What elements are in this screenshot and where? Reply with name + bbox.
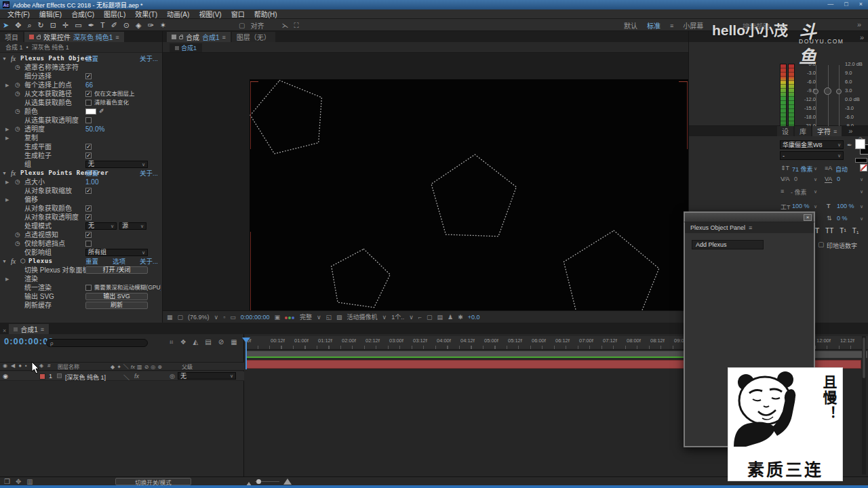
- mask-icon[interactable]: ⋋: [281, 22, 288, 29]
- checkbox[interactable]: [85, 285, 92, 291]
- tab-character[interactable]: 字符 ≡: [812, 126, 842, 136]
- parent-select[interactable]: 无∨: [178, 372, 236, 380]
- eraser-tool-icon[interactable]: ◈: [136, 19, 141, 31]
- tracking-value[interactable]: 0: [837, 176, 840, 182]
- snapshot-icon[interactable]: ▣: [274, 314, 280, 321]
- zoom-slider-knob[interactable]: [256, 479, 261, 484]
- parent-pickwhip-icon[interactable]: ◎: [170, 373, 175, 380]
- baseline-shift-value[interactable]: 0 %: [837, 215, 848, 222]
- frame-blend-icon[interactable]: ▤: [205, 338, 211, 346]
- leading-value[interactable]: 自动: [835, 165, 848, 174]
- minimize-button[interactable]: —: [827, 1, 833, 7]
- maximize-button[interactable]: □: [844, 1, 848, 7]
- tab-composition[interactable]: 合成 合成1 ≡: [167, 32, 231, 42]
- effect-button[interactable]: 打开 /关闭: [85, 266, 148, 274]
- roto-brush-tool-icon[interactable]: ✑: [148, 19, 154, 31]
- views-caret-icon[interactable]: ∨: [409, 314, 414, 321]
- clone-stamp-tool-icon[interactable]: ⊙: [123, 19, 130, 31]
- align-checkbox[interactable]: ▢: [239, 22, 245, 29]
- checkbox[interactable]: [85, 100, 92, 106]
- property-value[interactable]: 66: [85, 81, 93, 89]
- audio-slider-right[interactable]: [839, 65, 840, 133]
- graph-editor-icon[interactable]: ▦: [231, 338, 237, 346]
- brush-tool-icon[interactable]: ✐: [111, 19, 117, 31]
- resolution-caret-icon[interactable]: ∨: [317, 314, 321, 321]
- layer-name[interactable]: [深灰色 纯色 1]: [65, 373, 106, 382]
- stopwatch-icon[interactable]: ◷: [15, 63, 20, 72]
- checkbox[interactable]: ✓: [85, 232, 92, 238]
- menu-item-0[interactable]: 文件(F): [3, 9, 35, 19]
- motion-blur-icon[interactable]: ⊘: [218, 338, 224, 346]
- horizontal-scale-value[interactable]: 100 %: [837, 203, 854, 209]
- superscript-button[interactable]: T¹: [840, 227, 846, 235]
- stopwatch-icon[interactable]: ◷: [15, 81, 20, 89]
- camera-caret-icon[interactable]: ∨: [382, 314, 387, 321]
- stopwatch-icon[interactable]: ◷: [15, 89, 20, 98]
- screen-icon[interactable]: ▢: [178, 314, 184, 321]
- menu-item-3[interactable]: 图层(L): [99, 9, 130, 19]
- timeline-icon[interactable]: ▤: [437, 314, 443, 321]
- panel-menu-icon[interactable]: ≡: [222, 34, 226, 41]
- safe-margins-icon[interactable]: ▫: [223, 314, 225, 321]
- tabs-overflow-icon[interactable]: »: [848, 127, 852, 136]
- puppet-pin-tool-icon[interactable]: ✶: [160, 19, 166, 31]
- effect-link[interactable]: 重置: [85, 257, 98, 266]
- checkbox[interactable]: ✓: [85, 205, 92, 211]
- grid-icon[interactable]: ▭: [230, 314, 236, 321]
- quality-switch[interactable]: ＼: [123, 373, 130, 382]
- fill-color-swatch[interactable]: [855, 139, 865, 149]
- effect-button[interactable]: 刷新: [85, 302, 148, 309]
- caret-icon[interactable]: ∨: [860, 166, 863, 171]
- plexus-panel-tab[interactable]: Plexus Object Panel ≡: [685, 222, 814, 233]
- grid-icon[interactable]: ⛶: [294, 22, 298, 30]
- caret-icon[interactable]: ∨: [814, 189, 817, 195]
- workspace-menu-icon[interactable]: ≡: [670, 22, 673, 29]
- hide-shy-icon[interactable]: ◭: [193, 338, 199, 346]
- camera-tool-icon[interactable]: ⊡: [50, 19, 56, 31]
- caret-icon[interactable]: ∨: [814, 166, 817, 171]
- slider-knob[interactable]: [813, 89, 818, 94]
- lock-icon[interactable]: [37, 36, 41, 39]
- zoom-level[interactable]: (76.9%): [188, 314, 210, 321]
- fx-switch[interactable]: fx: [134, 373, 139, 380]
- resolution-select[interactable]: 完整: [300, 312, 312, 321]
- font-size-value[interactable]: 71 像素: [792, 165, 813, 174]
- camera-select[interactable]: 活动摄像机: [347, 312, 378, 321]
- roi-icon[interactable]: ◱: [326, 314, 332, 321]
- checkbox[interactable]: ✓: [85, 91, 92, 97]
- faux-bold-button[interactable]: T: [815, 227, 819, 235]
- workspace-small[interactable]: 小屏幕: [683, 20, 703, 30]
- search-help-box[interactable]: 搜索帮助: [743, 21, 770, 31]
- shape-tool-icon[interactable]: ▭: [75, 19, 81, 31]
- preview-icon[interactable]: ▦: [167, 314, 173, 321]
- tab-presets[interactable]: 设: [777, 126, 793, 136]
- pen-tool-icon[interactable]: ✒: [88, 19, 94, 31]
- draft-3d-icon[interactable]: ❖: [180, 338, 186, 346]
- channels-icon[interactable]: [285, 314, 295, 321]
- view-layout-select[interactable]: 1个..: [391, 312, 404, 321]
- type-tool-icon[interactable]: T: [100, 19, 105, 31]
- expand-icon[interactable]: ❐: [4, 478, 10, 485]
- tab-layer-viewer[interactable]: 图层（无）: [232, 32, 275, 42]
- stroke-style-caret-icon[interactable]: ∨: [860, 189, 863, 195]
- slider-knob[interactable]: [836, 89, 842, 94]
- twirl-icon[interactable]: ▶: [5, 178, 9, 186]
- menu-item-6[interactable]: 视图(V): [194, 9, 226, 19]
- twirl-icon[interactable]: ▶: [5, 81, 9, 89]
- modes-icon[interactable]: ▥: [26, 478, 33, 485]
- playhead-handle[interactable]: [242, 338, 250, 343]
- subscript-button[interactable]: T₁: [852, 227, 859, 235]
- stopwatch-icon[interactable]: ◷: [15, 178, 20, 186]
- rotation-tool-icon[interactable]: ↻: [38, 19, 44, 31]
- viewer-area[interactable]: [163, 53, 688, 310]
- dropdown[interactable]: 所有组∨: [85, 249, 148, 256]
- flowchart-icon[interactable]: ♟: [448, 314, 453, 321]
- render-icon[interactable]: ✥: [16, 478, 21, 485]
- exposure-icon[interactable]: ✱: [458, 314, 463, 321]
- effect-link[interactable]: 重置: [85, 169, 98, 178]
- checkbox[interactable]: ✓: [85, 214, 92, 220]
- exposure-value[interactable]: +0.0: [468, 314, 480, 321]
- zoom-tool-icon[interactable]: ⌕: [27, 19, 31, 31]
- panel-menu-icon[interactable]: ≡: [115, 34, 119, 41]
- effect-link[interactable]: 关于...: [140, 169, 158, 178]
